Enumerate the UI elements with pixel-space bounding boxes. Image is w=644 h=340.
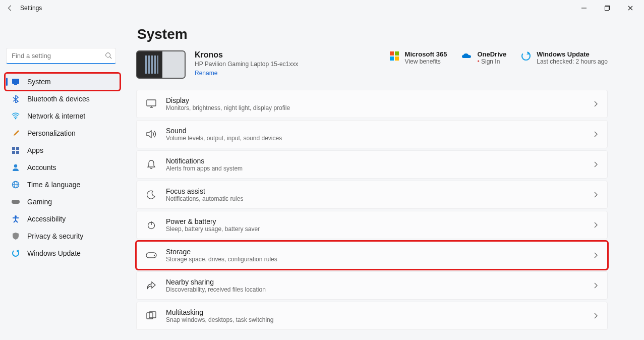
card-subtitle: Snap windows, desktops, task switching [166, 316, 584, 323]
nav-item-label: Time & language [27, 181, 115, 189]
onedrive-title: OneDrive [477, 50, 506, 58]
monitor-icon [146, 98, 157, 109]
nav-item-label: Gaming [27, 198, 115, 206]
update-icon [11, 249, 20, 258]
card-text: NotificationsAlerts from apps and system [166, 157, 584, 172]
card-focus-assist[interactable]: Focus assistNotifications, automatic rul… [136, 181, 608, 209]
window-title: Settings [20, 5, 42, 12]
bluetooth-icon [11, 94, 20, 103]
chevron-right-icon [593, 252, 598, 259]
minimize-button[interactable] [572, 0, 596, 16]
nav-item-time-language[interactable]: Time & language [5, 176, 120, 193]
card-text: DisplayMonitors, brightness, night light… [166, 96, 584, 111]
brush-icon [11, 129, 20, 138]
nav-item-label: Network & internet [27, 112, 115, 120]
svg-point-3 [106, 53, 110, 58]
person-icon [11, 163, 20, 172]
close-button[interactable] [619, 0, 642, 16]
nav-item-accounts[interactable]: Accounts [5, 159, 120, 176]
card-title: Display [166, 96, 584, 104]
chevron-right-icon [593, 131, 598, 138]
chevron-right-icon [593, 191, 598, 198]
nav-item-accessibility[interactable]: Accessibility [5, 210, 120, 228]
card-subtitle: Sleep, battery usage, battery saver [166, 225, 584, 233]
nav-list: SystemBluetooth & devicesNetwork & inter… [5, 73, 120, 262]
shield-icon [11, 232, 20, 241]
m365-icon [389, 50, 400, 62]
m365-title: Microsoft 365 [405, 50, 447, 58]
card-subtitle: Volume levels, output, input, sound devi… [166, 135, 584, 142]
nav-item-windows-update[interactable]: Windows Update [5, 245, 120, 262]
nav-item-gaming[interactable]: Gaming [5, 193, 120, 210]
nav-item-network-internet[interactable]: Network & internet [5, 107, 120, 125]
nav-item-bluetooth-devices[interactable]: Bluetooth & devices [5, 90, 120, 107]
card-subtitle: Monitors, brightness, night light, displ… [166, 104, 584, 111]
card-power-battery[interactable]: Power & batterySleep, battery usage, bat… [136, 211, 608, 239]
search-input[interactable] [6, 48, 116, 64]
status-cards: Microsoft 365 View benefits OneDrive Sig… [389, 50, 608, 65]
card-subtitle: Discoverability, received files location [166, 286, 584, 293]
card-subtitle: Notifications, automatic rules [166, 195, 584, 202]
card-multitasking[interactable]: MultitaskingSnap windows, desktops, task… [136, 302, 608, 330]
nav-item-system[interactable]: System [5, 73, 120, 90]
card-title: Storage [166, 248, 584, 256]
nav-item-apps[interactable]: Apps [5, 142, 120, 159]
device-thumbnail[interactable] [136, 50, 186, 79]
search-box[interactable] [6, 48, 116, 64]
accessibility-icon [11, 214, 20, 223]
card-notifications[interactable]: NotificationsAlerts from apps and system [136, 150, 608, 179]
bell-icon [146, 159, 157, 170]
status-onedrive[interactable]: OneDrive Sign In [461, 50, 506, 65]
rename-link[interactable]: Rename [195, 70, 298, 77]
globe-icon [11, 180, 20, 189]
nav-item-personalization[interactable]: Personalization [5, 125, 120, 142]
card-storage[interactable]: StorageStorage space, drives, configurat… [136, 241, 608, 269]
svg-rect-20 [395, 51, 399, 55]
content-area: System Kronos HP Pavilion Gaming Laptop … [125, 16, 644, 340]
back-button[interactable] [2, 0, 18, 16]
nav-item-label: Windows Update [27, 249, 115, 257]
card-title: Multitasking [166, 308, 584, 316]
maximize-button[interactable] [596, 0, 619, 16]
card-display[interactable]: DisplayMonitors, brightness, night light… [136, 90, 608, 118]
onedrive-sub: Sign In [477, 58, 506, 65]
nav-item-label: Personalization [27, 129, 115, 137]
chevron-right-icon [593, 100, 598, 107]
update-sub: Last checked: 2 hours ago [537, 58, 608, 65]
moon-icon [146, 189, 157, 200]
card-text: Focus assistNotifications, automatic rul… [166, 187, 584, 202]
svg-rect-21 [390, 56, 394, 61]
chevron-right-icon [593, 161, 598, 168]
status-update[interactable]: Windows Update Last checked: 2 hours ago [520, 50, 608, 65]
drive-icon [146, 250, 157, 261]
chevron-right-icon [593, 221, 598, 229]
multitask-icon [146, 310, 157, 321]
card-text: StorageStorage space, drives, configurat… [166, 248, 584, 263]
status-m365[interactable]: Microsoft 365 View benefits [389, 50, 447, 65]
device-info: Kronos HP Pavilion Gaming Laptop 15-ec1x… [195, 50, 298, 77]
nav-item-label: Apps [27, 146, 115, 154]
svg-rect-2 [605, 7, 609, 11]
device-name: Kronos [195, 50, 298, 60]
svg-point-12 [14, 164, 17, 167]
card-subtitle: Storage space, drives, configuration rul… [166, 256, 584, 263]
nav-item-label: Accounts [27, 163, 115, 172]
device-row: Kronos HP Pavilion Gaming Laptop 15-ec1x… [136, 50, 608, 79]
nav-item-privacy-security[interactable]: Privacy & security [5, 228, 120, 245]
svg-rect-11 [16, 151, 19, 154]
chevron-right-icon [593, 282, 598, 289]
card-nearby-sharing[interactable]: Nearby sharingDiscoverability, received … [136, 271, 608, 300]
card-sound[interactable]: SoundVolume levels, output, input, sound… [136, 120, 608, 148]
card-text: SoundVolume levels, output, input, sound… [166, 127, 584, 142]
svg-rect-16 [12, 200, 20, 204]
card-text: MultitaskingSnap windows, desktops, task… [166, 308, 584, 323]
titlebar: Settings [0, 0, 644, 16]
svg-rect-24 [147, 100, 156, 106]
svg-rect-6 [14, 84, 17, 85]
m365-sub: View benefits [405, 58, 447, 65]
svg-rect-10 [12, 151, 15, 154]
onedrive-icon [461, 50, 472, 62]
card-title: Notifications [166, 157, 584, 165]
update-icon [520, 50, 532, 62]
svg-point-30 [154, 255, 155, 256]
